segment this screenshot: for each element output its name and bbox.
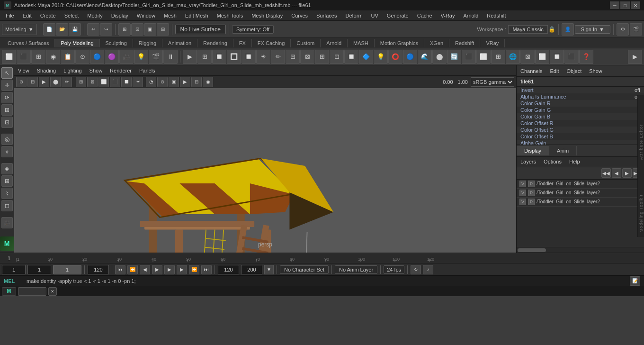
menu-display[interactable]: Display [107,12,132,19]
universal-tool-btn[interactable]: ⊡ [1,117,13,128]
tool-icon-21[interactable]: ⊠ [300,50,314,64]
tool-icon-29[interactable]: 🌊 [418,50,432,64]
menu-modify[interactable]: Modify [83,12,106,19]
tool-icon-23[interactable]: ⊡ [330,50,344,64]
no-live-surface[interactable]: No Live Surface [175,25,226,34]
gamma-selector[interactable]: sRGB gamma [471,77,514,87]
vp-playback-btn[interactable]: ▶ [39,77,49,87]
go-to-end-btn[interactable]: ⏭ [201,265,212,274]
vp-menu-view[interactable]: View [18,68,29,73]
vp-grid-btn[interactable]: ⊞ [76,77,86,87]
menu-mesh[interactable]: Mesh [160,12,180,19]
rotate-tool-btn[interactable]: ⟳ [1,92,13,103]
tab-vray[interactable]: VRay [480,39,505,47]
layer-visibility-2[interactable]: V [519,190,526,196]
tool-icon-34[interactable]: ⊞ [491,50,505,64]
user-icon[interactable]: 👤 [562,23,574,36]
taskbar-maya-btn[interactable]: M [2,287,16,296]
redo-btn[interactable]: ↪ [100,23,112,36]
tool-icon-9[interactable]: 🎥 [119,50,134,64]
range-end-input[interactable] [218,265,239,274]
vp-shaded-btn[interactable]: ⬛ [110,77,120,87]
undo-btn[interactable]: ↩ [87,23,99,36]
lasso-tool-btn[interactable]: ⟡ [1,146,13,157]
tool-icon-14[interactable]: ⊞ [197,50,212,64]
show-menu[interactable]: Show [589,68,602,74]
move-tool-btn[interactable]: ✛ [1,80,13,91]
vp-light-btn[interactable]: ☀ [133,77,143,87]
play-fwd-btn[interactable]: ▶ [164,265,175,274]
vp-textured-btn[interactable]: 🔲 [121,77,132,87]
tab-poly-modeling[interactable]: Poly Modeling [55,39,99,47]
tool-icon-36[interactable]: ⊠ [520,50,535,64]
tool-icon-10[interactable]: 💡 [134,50,148,64]
tool-icon-8[interactable]: 🟣 [105,50,119,64]
vp-wireframe-btn[interactable]: ⬜ [98,77,109,87]
menu-generate[interactable]: Generate [383,12,412,19]
tool-icon-35[interactable]: 🌐 [506,50,520,64]
vp-menu-renderer[interactable]: Renderer [110,68,132,73]
go-to-start-btn[interactable]: ⏮ [115,265,125,274]
tab-mash[interactable]: MASH [348,39,375,47]
snap-to-curve-btn[interactable]: ⌇ [1,188,13,199]
snap-to-point-btn[interactable]: ◈ [1,163,13,174]
tool-icon-1[interactable]: ⬜ [2,50,16,64]
menu-redshift[interactable]: Redshift [483,12,510,19]
tool-icon-12[interactable]: ⏸ [163,50,178,64]
tool-icon-13[interactable]: ▶ [183,50,197,64]
taskbar-close-btn[interactable]: ✕ [48,287,57,296]
tool-icon-5[interactable]: 📋 [61,50,75,64]
menu-cache[interactable]: Cache [413,12,436,19]
modeling-toolkit-tab[interactable]: Modeling Toolkit [637,190,644,237]
current-frame-input[interactable] [27,265,51,274]
menu-file[interactable]: File [2,12,18,19]
vp-isolate-btn[interactable]: ◉ [203,77,213,87]
menu-vray[interactable]: V-Ray [437,12,459,19]
tool-icon-33[interactable]: ⬜ [476,50,491,64]
prev-frame-btn[interactable]: ◀ [140,265,150,274]
object-menu[interactable]: Object [566,68,581,74]
script-editor-btn[interactable]: 📝 [630,276,640,286]
tab-arnold[interactable]: Arnold [321,39,348,47]
select-active-btn[interactable]: ▣ [144,23,156,36]
expand-icon[interactable]: ▶ [628,50,642,64]
vp-motion-btn[interactable]: ▶ [180,77,190,87]
minimize-button[interactable]: ─ [610,1,619,9]
play-back-btn[interactable]: ▶ [152,265,162,274]
tool-icon-31[interactable]: 🔄 [447,50,461,64]
vp-menu-show[interactable]: Show [89,68,103,73]
vp-anim-btn[interactable]: ⬤ [50,77,61,87]
step-fwd-btn[interactable]: ⏩ [189,265,199,274]
vp-camera-btn[interactable]: ⊟ [27,77,38,87]
symmetry-toggle[interactable]: Symmetry: Off [232,25,274,34]
tool-icon-26[interactable]: 💡 [374,50,388,64]
step-back-btn[interactable]: ⏪ [127,265,138,274]
menu-arnold[interactable]: Arnold [459,12,482,19]
menu-surfaces[interactable]: Surfaces [313,12,340,19]
tool-icon-16[interactable]: 🔳 [227,50,241,64]
tool-icon-18[interactable]: ☀ [256,50,270,64]
scroll-thumb[interactable] [518,248,546,252]
start-frame-input[interactable] [2,265,26,274]
tab-motion-graphics[interactable]: Motion Graphics [375,39,424,47]
select-tool-btn[interactable]: ↖ [1,67,13,79]
layer-tool-fwd[interactable]: ▶ [622,168,632,178]
tab-curves-surfaces[interactable]: Curves / Surfaces [2,39,55,47]
signin-button[interactable]: Sign In ▼ [575,25,610,34]
menu-window[interactable]: Window [133,12,159,19]
tab-anim[interactable]: Anim [549,146,577,155]
vp-ao-btn[interactable]: ⊙ [157,77,168,87]
no-anim-layer[interactable]: No Anim Layer [335,265,377,274]
attribute-editor-tab[interactable]: Attribute Editor [637,95,644,190]
vp-grid2-btn[interactable]: ⊠ [87,77,98,87]
camera-tool-btn[interactable]: 🎥 [1,217,13,228]
tab-animation[interactable]: Animation [162,39,197,47]
tab-custom[interactable]: Custom [291,39,321,47]
tab-sculpting[interactable]: Sculpting [100,39,133,47]
layer-lock-3[interactable]: P [528,199,535,205]
next-frame-btn[interactable]: ▶ [177,265,187,274]
open-scene-btn[interactable]: 📂 [56,23,68,36]
tool-icon-3[interactable]: ⊞ [31,50,45,64]
select-by-hierarchy-btn[interactable]: ⊞ [118,23,131,36]
tool-icon-39[interactable]: ⬛ [564,50,579,64]
